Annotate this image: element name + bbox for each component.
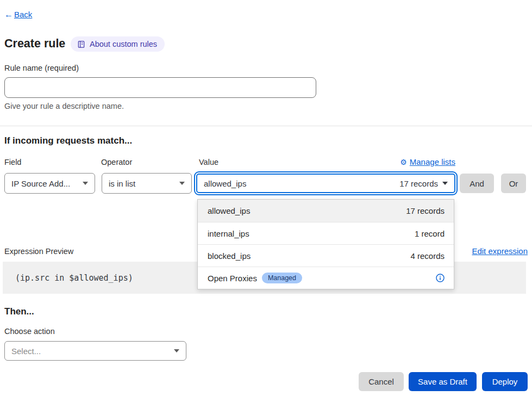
field-select[interactable]: IP Source Add... bbox=[4, 173, 95, 194]
action-select-placeholder: Select... bbox=[11, 347, 41, 356]
managed-badge: Managed bbox=[262, 273, 302, 283]
field-select-value: IP Source Add... bbox=[11, 179, 70, 188]
rule-name-input[interactable] bbox=[4, 77, 316, 98]
list-item-allowed-ips[interactable]: allowed_ips 17 records bbox=[198, 200, 454, 222]
rule-name-label: Rule name (required) bbox=[4, 64, 79, 72]
value-dropdown-menu: allowed_ips 17 records internal_ips 1 re… bbox=[197, 199, 454, 289]
field-label: Field bbox=[4, 158, 21, 166]
action-select[interactable]: Select... bbox=[4, 341, 186, 361]
expression-code: (ip.src in $allowed_ips) bbox=[3, 273, 133, 283]
deploy-button[interactable]: Deploy bbox=[482, 372, 528, 391]
or-button[interactable]: Or bbox=[501, 174, 526, 193]
value-select-selected: allowed_ips bbox=[204, 179, 246, 188]
value-select[interactable]: allowed_ips 17 records bbox=[194, 171, 458, 195]
create-rule-page: ←Back Create rule About custom rules Rul… bbox=[0, 0, 532, 402]
value-select-records: 17 records bbox=[399, 179, 438, 188]
operator-label: Operator bbox=[101, 158, 132, 166]
chevron-down-icon bbox=[83, 182, 88, 185]
about-custom-rules-badge[interactable]: About custom rules bbox=[71, 36, 165, 52]
back-arrow-icon: ← bbox=[4, 10, 13, 19]
edit-expression-link[interactable]: Edit expression bbox=[472, 246, 528, 256]
manage-lists-link[interactable]: ⚙ Manage lists bbox=[400, 157, 455, 166]
save-as-draft-button[interactable]: Save as Draft bbox=[409, 372, 477, 391]
list-item-count: 4 records bbox=[410, 251, 445, 261]
list-item-blocked-ips[interactable]: blocked_ips 4 records bbox=[198, 244, 454, 267]
info-icon[interactable] bbox=[436, 274, 445, 282]
list-item-count: 17 records bbox=[406, 206, 445, 215]
expression-preview-label: Expression Preview bbox=[4, 247, 73, 256]
list-item-open-proxies[interactable]: Open Proxies Managed bbox=[198, 267, 454, 289]
match-section-heading: If incoming requests match... bbox=[4, 135, 132, 146]
back-link-label[interactable]: Back bbox=[14, 10, 32, 19]
list-item-name: internal_ips bbox=[208, 229, 249, 238]
back-link[interactable]: ←Back bbox=[4, 10, 32, 20]
chevron-down-icon bbox=[179, 182, 185, 185]
book-icon bbox=[77, 40, 85, 48]
value-label: Value bbox=[199, 158, 218, 166]
list-item-name: allowed_ips bbox=[208, 206, 250, 215]
about-custom-rules-label: About custom rules bbox=[90, 40, 157, 48]
then-section-heading: Then... bbox=[4, 306, 34, 317]
operator-select[interactable]: is in list bbox=[102, 173, 192, 194]
choose-action-label: Choose action bbox=[4, 327, 55, 336]
cancel-button[interactable]: Cancel bbox=[359, 372, 404, 391]
section-divider bbox=[0, 126, 532, 126]
list-item-name: Open Proxies bbox=[208, 274, 257, 283]
list-item-internal-ips[interactable]: internal_ips 1 record bbox=[198, 222, 454, 244]
rule-name-helper: Give your rule a descriptive name. bbox=[4, 102, 124, 110]
operator-select-value: is in list bbox=[109, 179, 135, 188]
chevron-down-icon bbox=[442, 182, 448, 185]
list-item-name: blocked_ips bbox=[208, 251, 251, 261]
gear-icon: ⚙ bbox=[400, 158, 407, 166]
page-title: Create rule bbox=[4, 37, 65, 51]
manage-lists-label[interactable]: Manage lists bbox=[410, 157, 455, 166]
chevron-down-icon bbox=[174, 349, 179, 352]
and-button[interactable]: And bbox=[460, 174, 494, 193]
list-item-count: 1 record bbox=[415, 229, 445, 238]
